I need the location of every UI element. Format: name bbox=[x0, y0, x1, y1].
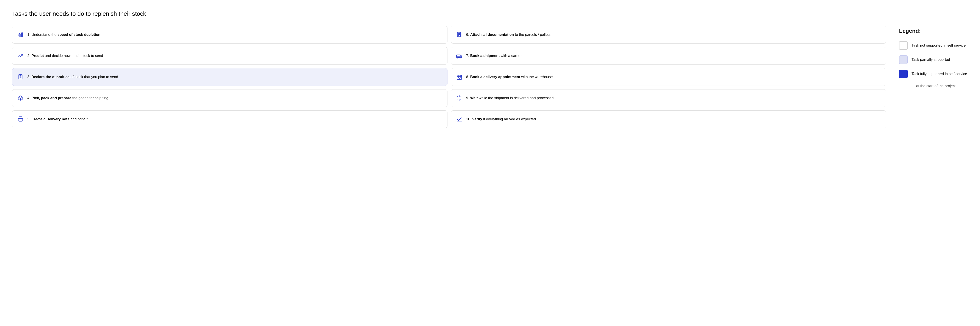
legend-title: Legend: bbox=[899, 27, 968, 34]
task-label-5: 5. Create a Delivery note and print it bbox=[27, 117, 88, 122]
print-icon bbox=[17, 115, 24, 123]
task-card-3[interactable]: 3. Declare the quantities of stock that … bbox=[12, 68, 447, 86]
task-label-6: 6. Attach all documentation to the parce… bbox=[466, 32, 550, 37]
task-card-5[interactable]: 5. Create a Delivery note and print it bbox=[12, 110, 447, 128]
tasks-grid: 1. Understand the speed of stock depleti… bbox=[12, 26, 886, 128]
legend-note: … at the start of the project. bbox=[899, 84, 968, 88]
legend-box-partially bbox=[899, 55, 908, 64]
declare-icon bbox=[17, 73, 24, 81]
page-title: Tasks the user needs to do to replenish … bbox=[12, 10, 968, 17]
verify-icon bbox=[455, 115, 463, 123]
svg-rect-0 bbox=[18, 35, 19, 37]
svg-line-30 bbox=[457, 99, 458, 100]
task-label-3: 3. Declare the quantities of stock that … bbox=[27, 74, 118, 80]
svg-rect-16 bbox=[457, 75, 461, 80]
task-card-2[interactable]: 2. Predict and decide how much stock to … bbox=[12, 47, 447, 65]
main-layout: 1. Understand the speed of stock depleti… bbox=[12, 26, 968, 128]
svg-line-21 bbox=[459, 77, 460, 78]
legend-section: Legend: Task not supported in self servi… bbox=[899, 26, 968, 88]
legend-items: Task not supported in self serviceTask p… bbox=[899, 41, 968, 78]
svg-rect-32 bbox=[19, 120, 22, 122]
svg-line-31 bbox=[460, 96, 461, 97]
svg-line-26 bbox=[457, 96, 458, 97]
svg-rect-15 bbox=[19, 74, 21, 75]
document-icon bbox=[455, 31, 463, 38]
loading-icon bbox=[455, 94, 463, 102]
svg-rect-1 bbox=[20, 34, 21, 37]
legend-label-partially: Task partially supported bbox=[912, 58, 950, 62]
truck-icon bbox=[455, 52, 463, 60]
box-icon bbox=[17, 94, 24, 102]
legend-item-partially: Task partially supported bbox=[899, 55, 968, 64]
task-label-10: 10. Verify if everything arrived as expe… bbox=[466, 117, 536, 122]
task-label-8: 8. Book a delivery appointment with the … bbox=[466, 74, 553, 80]
task-card-10[interactable]: 10. Verify if everything arrived as expe… bbox=[451, 110, 886, 128]
legend-label-fully: Task fully supported in self service bbox=[912, 72, 967, 76]
legend-box-fully bbox=[899, 70, 908, 78]
task-card-1[interactable]: 1. Understand the speed of stock depleti… bbox=[12, 26, 447, 43]
legend-label-not-supported: Task not supported in self service bbox=[912, 43, 966, 48]
tasks-section: 1. Understand the speed of stock depleti… bbox=[12, 26, 886, 128]
legend-box-not-supported bbox=[899, 41, 908, 50]
task-card-4[interactable]: 4. Pick, pack and prepare the goods for … bbox=[12, 89, 447, 107]
task-label-9: 9. Wait while the shipment is delivered … bbox=[466, 96, 554, 101]
trend-icon bbox=[17, 52, 24, 60]
svg-point-34 bbox=[22, 119, 22, 120]
task-card-8[interactable]: 8. Book a delivery appointment with the … bbox=[451, 68, 886, 86]
task-card-7[interactable]: 7. Book a shipment with a carrier bbox=[451, 47, 886, 65]
svg-line-27 bbox=[460, 99, 461, 100]
task-label-4: 4. Pick, pack and prepare the goods for … bbox=[27, 96, 108, 101]
calendar-icon bbox=[455, 73, 463, 81]
legend-item-fully: Task fully supported in self service bbox=[899, 70, 968, 78]
chart-icon bbox=[17, 31, 24, 38]
task-label-2: 2. Predict and decide how much stock to … bbox=[27, 53, 103, 58]
task-card-6[interactable]: 6. Attach all documentation to the parce… bbox=[451, 26, 886, 43]
task-card-9[interactable]: 9. Wait while the shipment is delivered … bbox=[451, 89, 886, 107]
task-label-1: 1. Understand the speed of stock depleti… bbox=[27, 32, 100, 37]
task-label-7: 7. Book a shipment with a carrier bbox=[466, 53, 522, 58]
legend-item-not-supported: Task not supported in self service bbox=[899, 41, 968, 50]
